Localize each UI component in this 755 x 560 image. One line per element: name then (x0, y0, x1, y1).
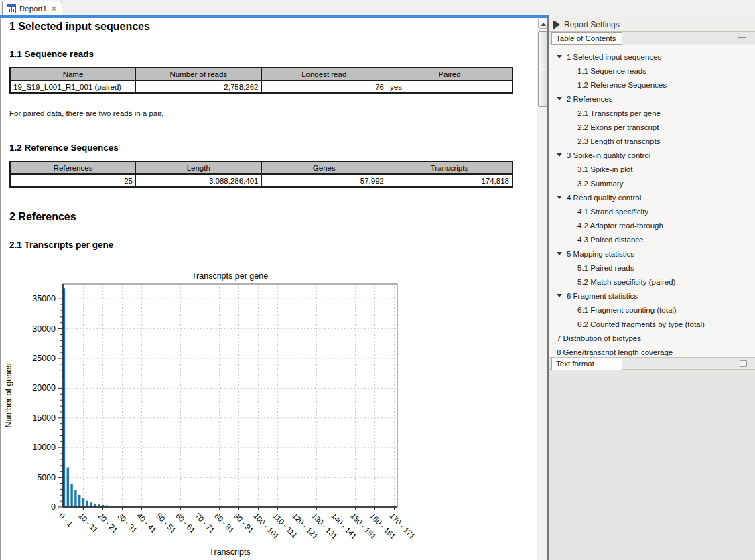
toc-item-label: 5.1 Paired reads (577, 264, 634, 272)
collapse-triangle-icon[interactable] (557, 294, 562, 297)
toc-item-label: 6.2 Counted fragments by type (total) (577, 320, 705, 328)
svg-text:Number of genes: Number of genes (4, 364, 13, 428)
cell-reads: 2,758,262 (136, 80, 262, 93)
toc-item[interactable]: 6.1 Fragment counting (total) (549, 303, 755, 317)
paired-data-note: For paired data, there are two reads in … (9, 109, 163, 117)
collapse-triangle-icon[interactable] (557, 55, 562, 58)
text-format-panel-tab[interactable]: Text format (551, 358, 622, 370)
toc-item[interactable]: 5 Mapping statistics (549, 247, 755, 261)
sequence-reads-table: Name Number of reads Longest read Paired… (9, 67, 513, 94)
scroll-up-button[interactable] (538, 19, 547, 29)
section-2-1-heading: 2.1 Transcripts per gene (9, 240, 113, 250)
toc-item[interactable]: 1.1 Sequence reads (549, 64, 755, 78)
svg-text:20 - 21: 20 - 21 (96, 512, 119, 535)
cell-transcripts: 174,818 (387, 174, 513, 187)
section-1-2-heading: 1.2 Reference Sequences (9, 143, 119, 153)
toc-item-label: 4.3 Paired distance (577, 236, 643, 244)
toc-item[interactable]: 6.2 Counted fragments by type (total) (549, 317, 755, 331)
column-header: Name (10, 68, 136, 80)
toc-item-label: 6 Fragment statistics (567, 292, 638, 300)
svg-text:30 - 31: 30 - 31 (116, 512, 139, 535)
svg-text:50 - 51: 50 - 51 (155, 512, 178, 535)
cell-length: 3,088,286,401 (136, 174, 262, 187)
minimize-icon[interactable] (738, 37, 746, 40)
report-settings-header[interactable]: Report Settings (549, 18, 755, 31)
toc-item[interactable]: 3.2 Summary (549, 176, 755, 190)
svg-text:25000: 25000 (32, 354, 56, 363)
toc-panel-header: Table of Contents (549, 31, 755, 44)
toc-item[interactable]: 4 Read quality control (549, 190, 755, 204)
toc-item[interactable]: 2.1 Transcripts per gene (549, 106, 755, 120)
tab-report1[interactable]: Report1 × (2, 1, 62, 15)
toc-item-label: 1.2 Reference Sequences (577, 81, 667, 89)
application-window: Report1 × 1 Selected input sequences 1.1… (0, 0, 755, 560)
collapse-triangle-icon[interactable] (557, 153, 562, 157)
toc-item[interactable]: 2 References (549, 92, 755, 106)
svg-text:10000: 10000 (32, 443, 56, 452)
toc-item-label: 1 Selected input sequences (567, 53, 661, 61)
toc-item[interactable]: 4.2 Adapter read-through (549, 218, 755, 232)
section-2-heading: 2 References (9, 211, 76, 223)
toc-item[interactable]: 2.2 Exons per transcript (549, 120, 755, 134)
toc-item[interactable]: 3.1 Spike-in plot (549, 162, 755, 176)
toc-item-label: 2.3 Length of transcripts (577, 137, 660, 145)
toc-item[interactable]: 5.2 Match specificity (paired) (549, 275, 755, 289)
svg-text:Transcripts: Transcripts (209, 547, 250, 557)
arrow-up-icon (541, 23, 546, 26)
svg-text:10 - 11: 10 - 11 (77, 512, 99, 534)
collapse-triangle-icon[interactable] (557, 196, 562, 199)
svg-text:20000: 20000 (32, 383, 56, 393)
report-view: 1 Selected input sequences 1.1 Sequence … (1, 18, 537, 560)
cell-longest-read: 76 (261, 80, 387, 93)
toc-item[interactable]: 4.1 Strand specificity (549, 204, 755, 218)
collapse-triangle-icon[interactable] (557, 97, 562, 100)
text-format-panel-header: Text format (549, 357, 755, 370)
cell-name: 19_S19_L001_R1_001 (paired) (10, 80, 136, 93)
cell-genes: 57,992 (261, 174, 387, 187)
toc-item[interactable]: 2.3 Length of transcripts (549, 134, 755, 148)
toc-item-label: 5.2 Match specificity (paired) (577, 278, 675, 286)
column-header: Length (136, 161, 262, 174)
vertical-scrollbar[interactable] (537, 18, 547, 560)
reference-sequences-table: References Length Genes Transcripts 25 3… (9, 161, 513, 188)
toc-item-label: 2.1 Transcripts per gene (577, 109, 661, 117)
expand-panel-icon (553, 21, 560, 29)
svg-text:60 - 61: 60 - 61 (174, 512, 197, 535)
toc-item[interactable]: 3 Spike-in quality control (549, 148, 755, 162)
toc-item-label: 4 Read quality control (567, 194, 641, 202)
svg-text:30000: 30000 (32, 324, 56, 334)
toc-item[interactable]: 6 Fragment statistics (549, 289, 755, 303)
panel-document-icon[interactable] (740, 360, 747, 367)
toc-item-label: 3 Spike-in quality control (567, 151, 650, 159)
toc-item[interactable]: 8 Gene/transcript length coverage (549, 345, 755, 357)
column-header: Genes (261, 161, 387, 174)
svg-text:80 - 81: 80 - 81 (213, 512, 236, 535)
sidebar-empty-area (549, 370, 755, 560)
toc-item[interactable]: 4.3 Paired distance (549, 232, 755, 247)
svg-text:35000: 35000 (32, 294, 56, 303)
collapse-triangle-icon[interactable] (557, 252, 562, 255)
section-1-heading: 1 Selected input sequences (9, 21, 150, 33)
toc-item-label: 1.1 Sequence reads (577, 67, 646, 75)
report-settings-title: Report Settings (564, 20, 620, 29)
tab-title: Report1 (19, 5, 47, 13)
svg-text:90 - 91: 90 - 91 (232, 512, 255, 535)
toc-item[interactable]: 1.2 Reference Sequences (549, 78, 755, 92)
svg-text:15000: 15000 (32, 413, 56, 423)
toc-item[interactable]: 7 Distribution of biotypes (549, 331, 755, 345)
scrollbar-thumb[interactable] (538, 31, 547, 107)
toc-panel-tab[interactable]: Table of Contents (551, 32, 622, 45)
svg-text:5000: 5000 (37, 473, 56, 482)
svg-text:0 - 1: 0 - 1 (58, 512, 74, 529)
toc-item-label: 3.1 Spike-in plot (577, 165, 632, 173)
report-icon (7, 4, 16, 13)
section-1-1-heading: 1.1 Sequence reads (9, 49, 94, 59)
column-header: Transcripts (387, 161, 513, 174)
tab-close-icon[interactable]: × (52, 4, 56, 13)
toc-item-label: 3.2 Summary (577, 180, 623, 188)
svg-text:40 - 41: 40 - 41 (135, 512, 158, 535)
toc-item[interactable]: 1 Selected input sequences (549, 50, 755, 64)
svg-text:0: 0 (51, 502, 56, 512)
toc-item[interactable]: 5.1 Paired reads (549, 261, 755, 275)
column-header: References (10, 161, 136, 174)
